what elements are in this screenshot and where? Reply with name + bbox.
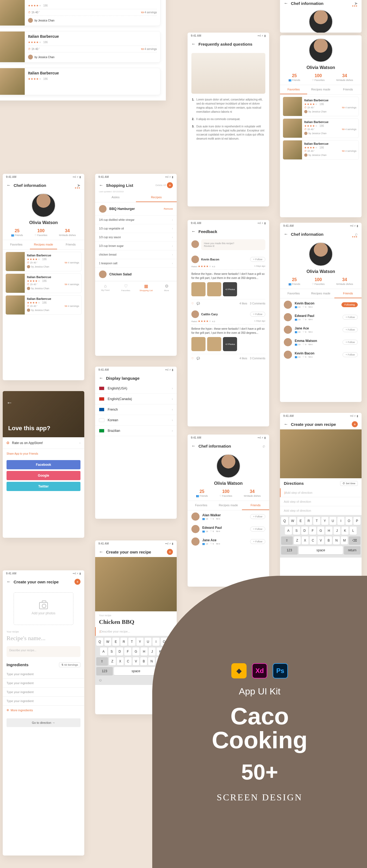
back-icon[interactable]: ← xyxy=(99,550,103,554)
add-button[interactable]: + xyxy=(167,549,173,555)
follow-button[interactable]: Following xyxy=(341,302,358,307)
key[interactable]: J xyxy=(334,527,341,535)
key[interactable]: E xyxy=(297,517,304,525)
more-photos[interactable]: +2 Photos xyxy=(223,337,237,351)
follow-button[interactable]: + Follow xyxy=(342,315,358,320)
key[interactable]: S xyxy=(108,648,115,656)
recipe-name-input[interactable]: Recipe's name... xyxy=(3,633,84,643)
ingredient-row[interactable]: chicken breast› xyxy=(95,250,177,259)
shopping-recipe-row[interactable]: Chicken Salad xyxy=(95,268,177,281)
stat-favorites[interactable]: 100♡Favorites xyxy=(34,228,47,237)
follow-button[interactable]: + Follow xyxy=(342,352,358,357)
follow-button[interactable]: + Follow xyxy=(250,312,265,317)
stat-friends[interactable]: 25👥Friends xyxy=(11,228,23,237)
key[interactable]: G xyxy=(132,648,139,656)
recipe-card[interactable]: Italian Barbercue ★★★★★186 xyxy=(0,68,160,95)
friend-avatar[interactable] xyxy=(191,525,200,533)
recipe-name-input[interactable]: Chicken BBQ xyxy=(95,617,177,627)
ingredient-row[interactable]: 1/3 cup brown sugar› xyxy=(95,242,177,250)
friend-avatar[interactable] xyxy=(191,537,200,546)
small-recipe-card[interactable]: Italian Barbercue ★★★★★186 ⏱ 1h 40 '🍽 4 … xyxy=(5,274,82,293)
back-icon[interactable]: ← xyxy=(6,579,11,584)
tab-aisles[interactable]: Aisles xyxy=(95,193,136,202)
key[interactable]: W xyxy=(104,638,111,646)
user-avatar[interactable] xyxy=(191,310,199,318)
ingredient-row[interactable]: 1/4 cup distilled white vinegar› xyxy=(95,216,177,224)
back-icon[interactable]: ← xyxy=(99,183,103,188)
add-button[interactable]: + xyxy=(75,579,81,585)
ingredient-input[interactable]: Type your ingredient xyxy=(3,696,84,706)
comment-icon[interactable]: 💬 xyxy=(197,357,200,360)
post-photo[interactable] xyxy=(191,282,205,296)
set-time-button[interactable]: ⏱ Set time xyxy=(340,481,358,486)
remove-button[interactable]: Remove xyxy=(164,208,173,210)
language-row[interactable]: Brazilian› xyxy=(95,426,177,436)
key[interactable]: U xyxy=(145,638,152,646)
like-icon[interactable]: ♡ xyxy=(191,302,194,305)
follow-button[interactable]: + Follow xyxy=(342,327,358,332)
follow-button[interactable]: + Follow xyxy=(342,340,358,345)
key[interactable]: U xyxy=(330,517,337,525)
twitter-button[interactable]: Twitter xyxy=(6,482,81,491)
stat-made[interactable]: 34🍽Made dishes xyxy=(59,228,76,237)
direction-step-input[interactable]: |Add step of direction xyxy=(280,488,362,497)
user-avatar[interactable] xyxy=(191,255,199,263)
follow-button[interactable]: + Follow xyxy=(250,527,265,531)
key[interactable]: L xyxy=(349,527,357,535)
friend-avatar[interactable] xyxy=(284,351,292,359)
add-photo-zone[interactable]: Add your photos xyxy=(13,592,74,625)
delete-all-button[interactable]: Delete All xyxy=(156,184,166,187)
key[interactable]: Y xyxy=(321,517,329,525)
key[interactable]: D xyxy=(116,648,123,656)
ingredient-input[interactable]: Type your ingredient xyxy=(3,679,84,688)
small-recipe-card[interactable]: Italian Barbercue ★★★★★186 ⏱ 1h 40 '🍽 4 … xyxy=(283,97,359,116)
nav-favorites[interactable]: ♡Favorites xyxy=(116,283,136,292)
direction-step-input[interactable]: Add step of direction xyxy=(280,506,362,515)
key[interactable]: Q xyxy=(96,638,103,646)
key[interactable]: O xyxy=(345,517,352,525)
direction-step-input[interactable]: Add step of direction xyxy=(280,497,362,506)
back-icon[interactable]: ← xyxy=(191,41,196,46)
ingredient-row[interactable]: 1/3 cup vegetable oil› xyxy=(95,224,177,233)
key[interactable]: B xyxy=(140,657,147,665)
key[interactable]: R xyxy=(120,638,128,646)
key[interactable]: T xyxy=(128,638,135,646)
key[interactable]: M xyxy=(341,536,348,545)
language-row[interactable]: English(Canada)› xyxy=(95,394,177,404)
nav-feed[interactable]: ⌂My Feed xyxy=(95,283,116,292)
follow-button[interactable]: + Follow xyxy=(250,514,265,519)
key[interactable]: F xyxy=(309,527,316,535)
small-recipe-card[interactable]: Italian Barbercue ★★★★★186 ⏱ 1h 40 '🍽 4 … xyxy=(283,118,359,138)
key[interactable]: X xyxy=(117,657,124,665)
language-row[interactable]: Korean› xyxy=(95,415,177,426)
like-icon[interactable]: ♡ xyxy=(191,357,194,360)
follow-button[interactable]: + Follow xyxy=(250,539,265,544)
back-icon[interactable]: ← xyxy=(284,1,288,6)
friend-avatar[interactable] xyxy=(284,301,292,309)
tab-recipes-made[interactable]: Recipes made xyxy=(30,240,57,249)
rate-row[interactable]: ✪Rate us on AppStore!› xyxy=(3,437,84,449)
ingredient-row[interactable]: 1/3 cup soy sauce› xyxy=(95,233,177,242)
more-dots-icon[interactable]: ••• xyxy=(75,186,81,190)
key[interactable]: V xyxy=(317,536,324,545)
recipe-desc-input[interactable]: |Describe your recipe... xyxy=(95,627,177,636)
key[interactable]: A xyxy=(100,648,107,656)
recipe-card[interactable]: x ★★★★★186 ⏱ 1h 40 '🍽 4 servings by Jess… xyxy=(0,0,160,26)
key[interactable]: Z xyxy=(294,536,301,545)
key[interactable]: D xyxy=(301,527,308,535)
tab-friends[interactable]: Friends xyxy=(57,240,84,249)
back-icon[interactable]: ← xyxy=(191,443,196,448)
more-photos[interactable]: +2 Photos xyxy=(223,282,237,296)
key[interactable]: I xyxy=(152,638,160,646)
keyboard[interactable]: QWERTYUIOP ASDFGHJKL ⇧ZXCVBNM⌫ 123spacer… xyxy=(280,515,362,558)
more-dots-icon[interactable]: ••• xyxy=(352,4,358,8)
ingredient-input[interactable]: Type your ingredient xyxy=(3,688,84,696)
key[interactable]: I xyxy=(337,517,344,525)
key[interactable]: V xyxy=(133,657,139,665)
space-key[interactable]: space xyxy=(114,667,158,675)
add-button[interactable]: + xyxy=(352,421,358,427)
more-dots-icon[interactable]: ••• xyxy=(352,235,358,239)
comment-icon[interactable]: 💬 xyxy=(197,302,200,305)
friend-avatar[interactable] xyxy=(284,313,292,321)
post-photo[interactable] xyxy=(207,282,221,296)
